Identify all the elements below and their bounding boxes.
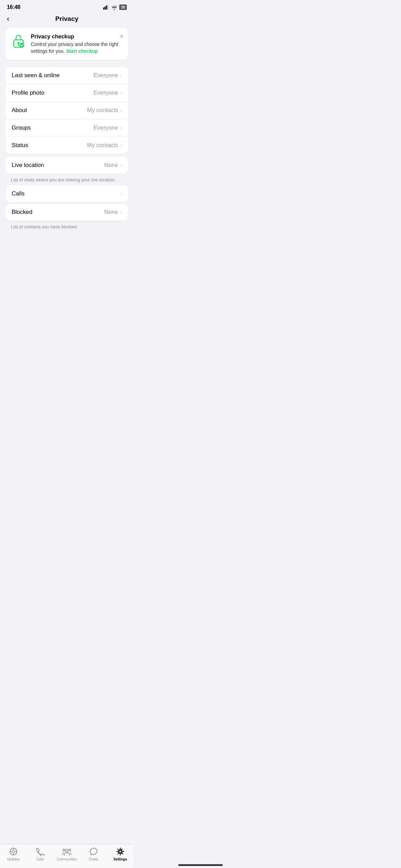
profile-photo-chevron: ›: [120, 90, 122, 96]
calls-card: Calls ›: [5, 185, 128, 202]
status-chevron: ›: [120, 142, 122, 148]
status-label: Status: [12, 142, 28, 149]
calls-right: ›: [120, 191, 122, 197]
battery-icon: 38: [119, 4, 127, 10]
back-button[interactable]: ‹: [7, 14, 9, 23]
privacy-settings-group: Last seen & online Everyone › Profile ph…: [5, 67, 128, 154]
last-seen-chevron: ›: [120, 72, 122, 79]
status-icons: 38: [103, 4, 127, 10]
last-seen-right: Everyone ›: [94, 72, 122, 79]
svg-rect-1: [105, 7, 106, 10]
blocked-right: None ›: [104, 209, 122, 216]
status-bar: 16:48 38: [0, 0, 134, 12]
groups-label: Groups: [12, 124, 31, 131]
groups-chevron: ›: [120, 125, 122, 131]
svg-rect-3: [107, 5, 108, 10]
groups-value: Everyone: [94, 124, 118, 131]
signal-icon: [103, 5, 109, 10]
checkup-close-button[interactable]: ×: [120, 33, 123, 40]
profile-photo-right: Everyone ›: [94, 89, 122, 96]
checkup-lock-icon: [11, 34, 26, 49]
about-right: My contacts ›: [87, 107, 122, 114]
about-value: My contacts: [87, 107, 118, 114]
checkup-title: Privacy checkup: [31, 34, 123, 40]
last-seen-row[interactable]: Last seen & online Everyone ›: [5, 67, 128, 84]
status-value: My contacts: [87, 142, 118, 149]
last-seen-label: Last seen & online: [12, 72, 60, 79]
calls-row[interactable]: Calls ›: [5, 185, 128, 202]
status-row[interactable]: Status My contacts ›: [5, 137, 128, 154]
about-chevron: ›: [120, 107, 122, 113]
live-location-label: Live location: [12, 162, 44, 169]
groups-row[interactable]: Groups Everyone ›: [5, 119, 128, 137]
live-location-description: List of chats where you are sharing your…: [0, 175, 134, 185]
last-seen-value: Everyone: [94, 72, 118, 79]
live-location-value: None: [104, 162, 118, 169]
blocked-chevron: ›: [120, 209, 122, 215]
svg-rect-2: [106, 5, 107, 10]
profile-photo-row[interactable]: Profile photo Everyone ›: [5, 84, 128, 102]
status-right: My contacts ›: [87, 142, 122, 149]
about-row[interactable]: About My contacts ›: [5, 102, 128, 119]
live-location-chevron: ›: [120, 162, 122, 168]
blocked-description: List of contacts you have blocked.: [0, 222, 134, 232]
privacy-checkup-card: Privacy checkup Control your privacy and…: [5, 28, 128, 60]
blocked-value: None: [104, 209, 118, 216]
live-location-right: None ›: [104, 162, 122, 169]
checkup-content: Privacy checkup Control your privacy and…: [31, 34, 123, 55]
calls-chevron: ›: [120, 191, 122, 197]
svg-rect-0: [103, 8, 104, 10]
nav-header: ‹ Privacy: [0, 12, 134, 28]
wifi-icon: [111, 5, 117, 10]
blocked-label: Blocked: [12, 209, 32, 216]
checkup-start-link[interactable]: Start checkup: [66, 48, 98, 54]
status-time: 16:48: [7, 4, 20, 10]
profile-photo-label: Profile photo: [12, 89, 44, 96]
checkup-description: Control your privacy and choose the righ…: [31, 41, 123, 55]
page-title: Privacy: [55, 15, 78, 23]
profile-photo-value: Everyone: [94, 89, 118, 96]
blocked-card: Blocked None ›: [5, 204, 128, 221]
live-location-card: Live location None ›: [5, 157, 128, 174]
groups-right: Everyone ›: [94, 124, 122, 131]
about-label: About: [12, 107, 27, 114]
calls-label: Calls: [12, 190, 25, 197]
live-location-row[interactable]: Live location None ›: [5, 157, 128, 174]
blocked-row[interactable]: Blocked None ›: [5, 204, 128, 221]
